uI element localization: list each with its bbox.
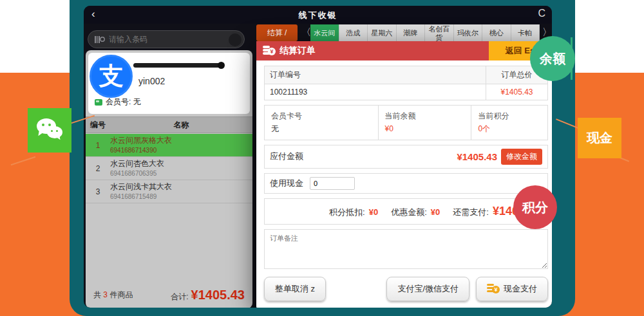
use-cash-input[interactable] [310, 177, 355, 190]
modal-footer: 整单取消 z 支付宝/微信支付 ¥ 现金支付 [264, 277, 548, 301]
search-input[interactable] [109, 35, 212, 44]
count-suffix: 件商品 [109, 290, 133, 301]
payable-label: 应付金额 [270, 151, 303, 162]
count-prefix: 共 [93, 290, 101, 301]
modal-header: ¥ 结算订单 返回 Esc [256, 41, 552, 60]
cash-badge: 现金 [578, 118, 621, 158]
cancel-order-button[interactable]: 整单取消 z [264, 277, 326, 301]
points-label: 当前积分 [478, 109, 541, 122]
tab-item[interactable]: 桃心 [482, 24, 511, 42]
drag-handle[interactable] [133, 63, 223, 68]
member-info-box: 会员卡号 无 当前余额 ¥0 当前积分 0个 [264, 105, 548, 140]
summary-box: 积分抵扣: ¥0 优惠金额: ¥0 还需支付: ¥1405.43 [264, 198, 548, 225]
item-count: 3 [103, 290, 108, 299]
use-cash-box: 使用现金 [264, 173, 548, 194]
points-value: 0个 [478, 122, 541, 135]
balance-value: ¥0 [385, 122, 465, 135]
alipay-icon: 支 [90, 55, 133, 98]
order-total-value: ¥1405.43 [486, 84, 547, 100]
row-name: 水云间杏色大衣 [110, 159, 164, 168]
tab-item[interactable]: 水云间 [310, 24, 339, 42]
tab-item[interactable]: 浩成 [339, 24, 368, 42]
barcode-scan-icon [95, 35, 105, 44]
coin-stack-icon: ¥ [263, 45, 276, 57]
member-card-label: 会员卡号 [271, 109, 372, 122]
tab-item[interactable]: 玛依尔 [454, 24, 483, 42]
balance-badge: 余额 [530, 36, 575, 81]
modify-amount-button[interactable]: 修改金额 [501, 149, 542, 165]
row-name: 水云间浅卡其大衣 [110, 182, 172, 191]
member-card-value: 无 [271, 122, 372, 135]
payable-box: 应付金额 ¥1405.43 修改金额 [264, 145, 548, 169]
refresh-icon[interactable]: C [538, 8, 545, 19]
order-number-box: 订单编号 订单总价 100211193 ¥1405.43 [264, 66, 548, 100]
search-knob [229, 33, 242, 46]
row-name: 水云间黑灰格大衣 [110, 136, 172, 145]
drag-handle-dot [218, 62, 225, 69]
modal-title: 结算订单 [279, 45, 316, 57]
order-no-value: 100211193 [265, 84, 486, 100]
tab-item[interactable]: 名创百货 [425, 24, 454, 42]
tab-item[interactable]: 潮牌 [397, 24, 426, 42]
payable-value: ¥1405.43 [457, 151, 497, 162]
row-no: 3 [86, 187, 110, 196]
settle-order-modal: ¥ 结算订单 返回 Esc 订单编号 订单总价 100211193 ¥1405.… [256, 41, 552, 308]
barcode-search-input[interactable] [88, 30, 245, 48]
table-row[interactable]: 2 水云间杏色大衣 6941686706395 [86, 157, 252, 180]
cash-pay-button[interactable]: ¥ 现金支付 [476, 277, 548, 301]
discount-value: ¥0 [431, 207, 440, 217]
table-row[interactable]: 3 水云间浅卡其大衣 6941686715489 [86, 180, 252, 203]
order-table-header: 编号 名称 [86, 116, 252, 133]
page-title: 线下收银 [84, 10, 552, 21]
deduct-label: 积分抵扣: [329, 207, 365, 218]
top-bar: ‹ 线下收银 C [84, 6, 552, 24]
use-cash-label: 使用现金 [270, 178, 303, 189]
row-no: 1 [86, 141, 110, 150]
row-no: 2 [86, 164, 110, 173]
due-label: 还需支付: [453, 207, 489, 218]
discount-label: 优惠金额: [391, 207, 427, 218]
app-screen: ‹ 线下收银 C yin002 会员号: 无 编号 名称 [84, 6, 552, 308]
member-row[interactable]: 会员号: 无 [95, 97, 141, 107]
cashier-name: yin002 [138, 76, 165, 86]
order-remark-textarea[interactable] [264, 229, 548, 269]
member-card-icon [95, 99, 102, 106]
total-label: 合计: [171, 292, 188, 302]
brand-tabs: 水云间 浩成 星期六 潮牌 名创百货 玛依尔 桃心 卡帕 [310, 24, 540, 42]
order-summary-footer: 共 3 件商品 合计: ¥1405.43 [86, 285, 252, 304]
balance-label: 当前余额 [385, 109, 465, 122]
tabs-left-chevron-icon[interactable]: 〈 [301, 26, 311, 39]
row-barcode: 6941686715489 [110, 193, 156, 200]
col-name: 名称 [110, 120, 252, 131]
coin-stack-icon: ¥ [487, 283, 500, 295]
col-no: 编号 [86, 120, 110, 131]
settle-button[interactable]: 结算 / [256, 24, 298, 41]
row-barcode: 6941686706395 [110, 170, 156, 177]
member-label: 会员号: 无 [106, 97, 141, 107]
deduct-value: ¥0 [369, 207, 378, 217]
row-barcode: 6941686714390 [110, 147, 156, 154]
total-amount: ¥1405.43 [191, 288, 245, 302]
tab-item[interactable]: 星期六 [368, 24, 397, 42]
points-badge: 积分 [513, 185, 557, 229]
table-row[interactable]: 1 水云间黑灰格大衣 6941686714390 [86, 134, 252, 157]
wechat-icon [28, 108, 71, 153]
alipay-wechat-pay-button[interactable]: 支付宝/微信支付 [386, 277, 469, 301]
order-no-label: 订单编号 [265, 66, 486, 84]
tab-item[interactable]: 卡帕 [511, 24, 540, 42]
